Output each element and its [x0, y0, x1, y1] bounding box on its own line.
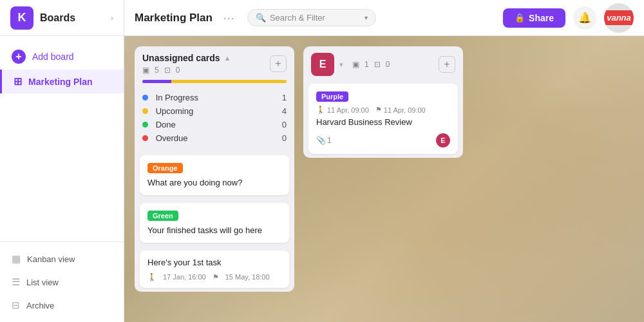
- card-first-task-meta: 🚶 17 Jan, 16:00 ⚑ 15 May, 18:00: [147, 273, 281, 281]
- file-icon-col2: ⊡: [374, 60, 381, 69]
- column-e-avatar: E: [311, 53, 334, 76]
- card-date1: 17 Jan, 16:00: [163, 273, 206, 281]
- col2-cards-count: 1: [365, 60, 369, 69]
- status-upcoming: Upcoming 4: [142, 104, 287, 118]
- sidebar-boards-label: Boards: [40, 12, 104, 24]
- card-date2: 15 May, 18:00: [225, 273, 270, 281]
- column-unassigned: Unassigned cards ▲ ▣ 5 ⊡ 0 +: [135, 46, 294, 292]
- more-options-icon[interactable]: ⋯: [223, 11, 234, 25]
- sidebar-item-kanban[interactable]: ▦ Kanban view: [0, 247, 124, 270]
- progress-yellow-segment: [171, 80, 287, 83]
- sidebar-nav: + Add board ⊞ Marketing Plan: [0, 36, 124, 242]
- card-purple-datetime: 🚶 11 Apr, 09:00 ⚑ 11 Apr, 09:00: [316, 106, 450, 114]
- dot-green: [142, 122, 148, 128]
- dot-blue: [142, 95, 148, 100]
- archive-icon: ⊟: [12, 299, 20, 311]
- datetime-start: 🚶 11 Apr, 09:00: [316, 106, 369, 114]
- status-list: In Progress 1 Upcoming 4 Done: [135, 88, 294, 151]
- status-in-progress: In Progress 1: [142, 91, 287, 104]
- column-cards-count: 5: [155, 66, 159, 75]
- topbar: Marketing Plan ⋯ 🔍 Search & Filter ▾ 🔒 S…: [124, 0, 644, 36]
- column-add-card-button[interactable]: +: [270, 55, 287, 72]
- card-orange[interactable]: Orange What are you doing now?: [140, 155, 289, 195]
- chevron-right-icon: ›: [111, 13, 113, 23]
- card-tag-orange: Orange: [147, 163, 183, 173]
- main-area: Marketing Plan ⋯ 🔍 Search & Filter ▾ 🔒 S…: [124, 0, 644, 322]
- run-icon-purple: 🚶: [316, 106, 325, 114]
- card-icon-col2: ▣: [352, 60, 359, 69]
- column-unassigned-title: Unassigned cards: [142, 53, 220, 63]
- chevron-down-icon: ▾: [365, 14, 368, 21]
- flag-icon-purple: ⚑: [375, 106, 382, 114]
- search-icon: 🔍: [256, 13, 266, 23]
- sidebar-header[interactable]: K Boards ›: [0, 0, 124, 36]
- column-e-header: E ▾ ▣ 1 ⊡ 0 +: [303, 46, 463, 80]
- lock-icon: 🔒: [515, 13, 525, 23]
- sidebar-item-marketing-plan[interactable]: ⊞ Marketing Plan: [0, 70, 124, 93]
- column-unassigned-header: Unassigned cards ▲ ▣ 5 ⊡ 0 +: [135, 46, 294, 79]
- search-filter-button[interactable]: 🔍 Search & Filter ▾: [247, 9, 376, 26]
- list-icon: ☰: [12, 276, 20, 288]
- sidebar-item-list[interactable]: ☰ List view: [0, 270, 124, 294]
- vanna-logo: vanna: [604, 10, 634, 25]
- flag-icon: ⚑: [213, 273, 219, 281]
- card-avatar-e: E: [436, 133, 450, 147]
- card-green[interactable]: Green Your finished tasks will go here: [140, 203, 289, 243]
- paperclip-icon: 📎: [316, 136, 326, 145]
- progress-bar: [142, 80, 287, 83]
- file-count-icon: ⊡: [164, 66, 171, 75]
- card-purple-text: Harvard Business Review: [316, 117, 450, 128]
- kanban-icon: ▦: [12, 253, 21, 265]
- dot-yellow: [142, 108, 148, 114]
- card-tag-green: Green: [147, 211, 178, 221]
- progress-purple-segment: [142, 80, 171, 83]
- board-area: Unassigned cards ▲ ▣ 5 ⊡ 0 +: [124, 36, 644, 322]
- col2-add-card-button[interactable]: +: [439, 56, 455, 73]
- sidebar-bottom: ▦ Kanban view ☰ List view ⊟ Archive: [0, 242, 124, 322]
- card-first-task[interactable]: Here's your 1st task 🚶 17 Jan, 16:00 ⚑ 1…: [140, 251, 289, 287]
- sidebar: K Boards › + Add board ⊞ Marketing Plan …: [0, 0, 124, 322]
- chevron-down-icon-col2: ▾: [339, 61, 343, 69]
- status-overdue: Overdue 0: [142, 131, 287, 145]
- notifications-button[interactable]: 🔔: [573, 6, 596, 30]
- bell-icon: 🔔: [578, 12, 591, 24]
- topbar-title: Marketing Plan: [135, 12, 213, 24]
- user-avatar[interactable]: vanna: [604, 3, 634, 33]
- add-icon: +: [12, 50, 26, 64]
- run-icon: 🚶: [147, 273, 156, 281]
- attachment-count: 1: [327, 136, 332, 145]
- card-first-task-text: Here's your 1st task: [147, 257, 281, 269]
- share-button[interactable]: 🔒 Share: [503, 8, 565, 28]
- board-grid-icon: ⊞: [14, 75, 22, 88]
- card-tag-purple: Purple: [316, 91, 348, 102]
- status-done: Done 0: [142, 118, 287, 131]
- sidebar-logo: K: [10, 6, 33, 30]
- dot-red: [142, 135, 148, 141]
- card-count-icon: ▣: [142, 66, 149, 75]
- column-files-count: 0: [176, 66, 180, 75]
- card-orange-text: What are you doing now?: [147, 177, 281, 189]
- card-green-text: Your finished tasks will go here: [147, 225, 281, 236]
- col2-files-count: 0: [386, 60, 390, 69]
- sort-icon: ▲: [224, 54, 231, 62]
- card-purple[interactable]: Purple 🚶 11 Apr, 09:00 ⚑ 11 Apr, 09:00 H…: [308, 84, 458, 154]
- datetime-end: ⚑ 11 Apr, 09:00: [375, 106, 426, 114]
- sidebar-item-archive[interactable]: ⊟ Archive: [0, 294, 124, 317]
- column-e: E ▾ ▣ 1 ⊡ 0 + Purple 🚶: [303, 46, 463, 158]
- add-board-button[interactable]: + Add board: [0, 44, 124, 70]
